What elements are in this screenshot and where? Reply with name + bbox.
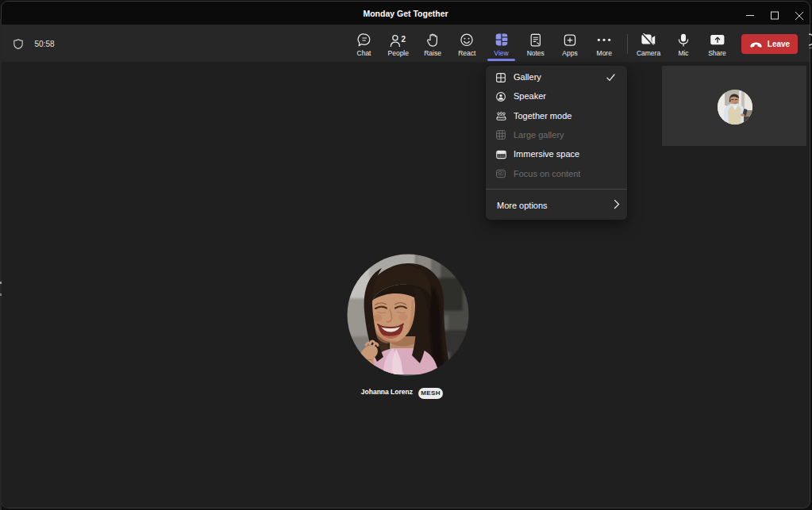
svg-text:2: 2 bbox=[401, 34, 406, 43]
